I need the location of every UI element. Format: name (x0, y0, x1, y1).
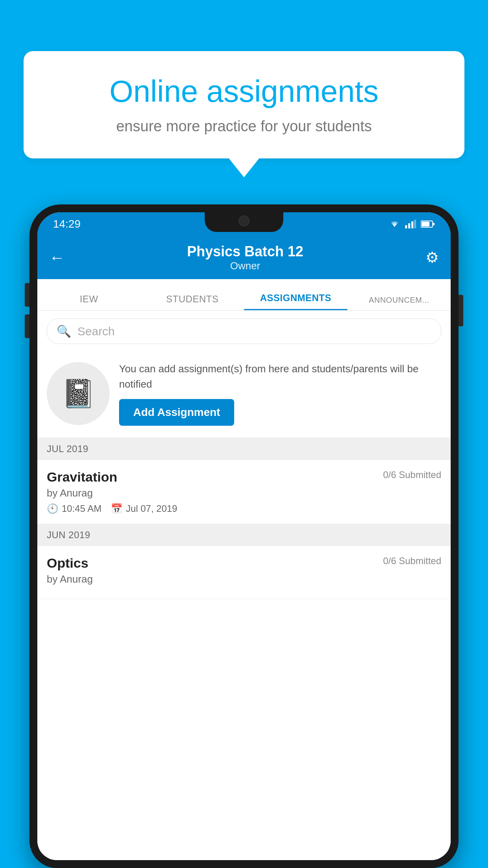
vol-up-button[interactable] (25, 283, 29, 307)
settings-icon[interactable]: ⚙ (426, 249, 439, 266)
battery-icon (421, 220, 435, 228)
promo-section: 📓 You can add assignment(s) from here an… (37, 352, 451, 438)
header-center: Physics Batch 12 Owner (187, 243, 303, 272)
status-time: 14:29 (53, 218, 81, 230)
assignment-title-optics: Optics (47, 555, 88, 571)
svg-rect-0 (405, 225, 407, 228)
phone-outer: 14:29 (29, 204, 459, 868)
svg-rect-6 (433, 223, 435, 225)
screen-content: 🔍 Search 📓 You can add assignment(s) fro… (37, 311, 451, 860)
vol-down-button[interactable] (25, 314, 29, 338)
app-header: ← Physics Batch 12 Owner ⚙ (37, 236, 451, 279)
wifi-icon (389, 220, 400, 228)
promo-content: You can add assignment(s) from here and … (119, 361, 441, 426)
signal-icon (405, 220, 416, 228)
header-subtitle: Owner (187, 260, 303, 272)
search-container: 🔍 Search (37, 311, 451, 352)
tab-iew[interactable]: IEW (37, 294, 141, 310)
speech-bubble: Online assignments ensure more practice … (24, 51, 464, 158)
assignment-by-optics: by Anurag (47, 573, 441, 585)
calendar-icon: 📅 (111, 503, 123, 514)
promo-text: You can add assignment(s) from here and … (119, 361, 441, 392)
assignment-title: Gravitation (47, 469, 117, 485)
search-bar[interactable]: 🔍 Search (47, 318, 441, 344)
meta-time: 🕙 10:45 AM (47, 503, 101, 514)
phone-mockup: 14:29 (29, 204, 459, 868)
assignment-item-gravitation[interactable]: Gravitation 0/6 Submitted by Anurag 🕙 10… (37, 460, 451, 524)
phone-camera (238, 215, 250, 226)
section-jun-2019: JUN 2019 (37, 524, 451, 546)
clock-icon: 🕙 (47, 503, 59, 514)
assignment-row1-optics: Optics 0/6 Submitted (47, 555, 441, 571)
assignment-row1: Gravitation 0/6 Submitted (47, 469, 441, 485)
tab-assignments[interactable]: ASSIGNMENTS (244, 292, 347, 310)
bubble-title: Online assignments (51, 75, 437, 108)
section-jul-2019: JUL 2019 (37, 438, 451, 460)
assignment-submitted: 0/6 Submitted (383, 469, 441, 480)
tab-students[interactable]: STUDENTS (141, 294, 244, 310)
search-icon: 🔍 (57, 324, 71, 338)
meta-date: 📅 Jul 07, 2019 (111, 503, 177, 514)
notebook-icon: 📓 (61, 377, 95, 410)
assignment-by: by Anurag (47, 487, 441, 499)
promo-icon-circle: 📓 (47, 362, 110, 425)
add-assignment-button[interactable]: Add Assignment (119, 399, 234, 426)
bubble-subtitle: ensure more practice for your students (51, 118, 437, 135)
svg-rect-5 (422, 222, 429, 226)
svg-rect-1 (408, 223, 410, 228)
search-placeholder: Search (77, 325, 115, 338)
header-title: Physics Batch 12 (187, 243, 303, 260)
speech-bubble-container: Online assignments ensure more practice … (24, 51, 464, 158)
power-button[interactable] (459, 295, 463, 326)
assignment-meta: 🕙 10:45 AM 📅 Jul 07, 2019 (47, 503, 441, 514)
back-button[interactable]: ← (49, 249, 65, 267)
tabs-container: IEW STUDENTS ASSIGNMENTS ANNOUNCEM... (37, 279, 451, 311)
phone-screen: 14:29 (37, 212, 451, 860)
tab-announcements[interactable]: ANNOUNCEM... (347, 296, 451, 310)
svg-rect-2 (411, 221, 413, 228)
status-icons (389, 220, 435, 228)
assignment-submitted-optics: 0/6 Submitted (383, 555, 441, 566)
svg-rect-3 (414, 220, 416, 228)
assignment-item-optics[interactable]: Optics 0/6 Submitted by Anurag (37, 546, 451, 599)
